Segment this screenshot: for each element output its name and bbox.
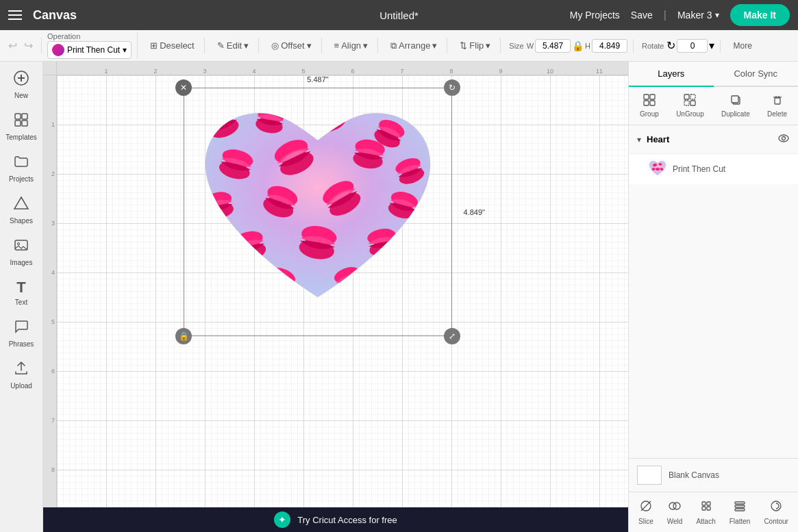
cricut-access-banner[interactable]: ✦ Try Cricut Access for free	[43, 507, 628, 532]
sidebar-item-shapes[interactable]: Shapes	[2, 190, 40, 230]
images-icon	[13, 237, 29, 257]
ungroup-button[interactable]: UnGroup	[671, 91, 710, 121]
handle-rotate[interactable]: ↻	[444, 79, 460, 96]
rotate-input[interactable]	[677, 39, 708, 53]
canvas-grid[interactable]: 5.487" 4.849" ✕ ↻ 🔒 ⤢	[57, 75, 628, 507]
sidebar-item-images[interactable]: Images	[2, 231, 40, 272]
blank-canvas-thumbnail	[637, 466, 662, 485]
arrange-icon: ⧉	[390, 40, 397, 51]
sidebar-item-projects[interactable]: Projects	[2, 148, 40, 188]
contour-icon	[769, 499, 783, 516]
attach-button[interactable]: Attach	[692, 496, 719, 528]
undo-redo-group: ↩ ↪	[5, 38, 42, 53]
size-inputs: W 🔒 H	[527, 39, 627, 53]
delete-icon	[771, 94, 784, 109]
hamburger-menu[interactable]	[8, 10, 22, 20]
edit-button[interactable]: ✎ Edit ▾	[213, 38, 253, 53]
slice-label: Slice	[638, 518, 653, 525]
duplicate-button[interactable]: Duplicate	[716, 91, 756, 121]
sidebar-item-text[interactable]: T Text	[2, 273, 40, 312]
svg-point-9	[18, 243, 20, 245]
svg-rect-3	[15, 114, 21, 119]
layer-visibility-icon[interactable]	[777, 132, 790, 147]
sidebar-item-upload[interactable]: Upload	[2, 355, 40, 395]
attach-icon	[699, 499, 713, 516]
machine-chevron-icon: ▾	[715, 10, 719, 20]
tab-color-sync[interactable]: Color Sync	[714, 62, 799, 86]
flip-icon: ⇅	[460, 40, 467, 51]
banner-text: Try Cricut Access for free	[297, 515, 397, 525]
svg-point-59	[782, 137, 786, 140]
deselect-icon: ⊞	[150, 40, 158, 51]
svg-rect-6	[22, 121, 27, 126]
operation-dropdown[interactable]: Print Then Cut ▾	[47, 41, 132, 59]
height-input[interactable]	[592, 39, 627, 53]
lock-icon[interactable]: 🔒	[572, 40, 584, 51]
ruler-vertical: 1 2 3 4 5 6 7 8	[43, 75, 57, 532]
operation-value: Print Then Cut	[67, 45, 120, 55]
size-group: Size W 🔒 H	[509, 39, 634, 53]
delete-button[interactable]: Delete	[762, 91, 793, 121]
width-input[interactable]	[535, 39, 571, 53]
weld-button[interactable]: Weld	[663, 496, 687, 528]
sidebar-item-phrases[interactable]: Phrases	[2, 313, 40, 353]
svg-rect-45	[650, 94, 655, 99]
height-label: H	[585, 42, 590, 50]
sidebar: New Templates Projects	[0, 62, 43, 532]
rotate-icon: ↻	[666, 39, 675, 52]
app-logo: Canvas	[33, 8, 77, 23]
offset-button[interactable]: ◎ Offset ▾	[267, 38, 315, 53]
text-icon: T	[16, 279, 25, 296]
rotate-label: Rotate	[642, 42, 664, 50]
handle-delete[interactable]: ✕	[175, 79, 192, 96]
flip-button[interactable]: ⇅ Flip ▾	[456, 38, 495, 53]
svg-rect-69	[702, 502, 706, 505]
machine-selector[interactable]: Maker 3 ▾	[677, 10, 719, 21]
group-button[interactable]: Group	[634, 91, 664, 121]
my-projects-link[interactable]: My Projects	[570, 10, 620, 21]
sidebar-item-new[interactable]: New	[2, 64, 40, 105]
contour-button[interactable]: Contour	[760, 496, 793, 528]
sublayer-name: Print Then Cut	[673, 164, 725, 174]
offset-label: Offset	[281, 40, 304, 51]
arrange-group: ⧉ Arrange ▾	[386, 38, 447, 54]
deselect-button[interactable]: ⊞ Deselect	[146, 38, 199, 53]
layer-name: Heart	[647, 134, 772, 144]
handle-scale[interactable]: ⤢	[444, 328, 460, 344]
sublayer-print-then-cut[interactable]: Print Then Cut	[629, 154, 798, 184]
sidebar-item-images-label: Images	[10, 259, 33, 266]
sublayer-thumbnail	[648, 160, 667, 179]
flatten-icon	[733, 499, 747, 516]
layer-heart[interactable]: ▾ Heart	[629, 125, 798, 154]
slice-button[interactable]: Slice	[634, 496, 658, 528]
arrange-button[interactable]: ⧉ Arrange ▾	[386, 38, 441, 54]
top-nav: Canvas Untitled* My Projects Save | Make…	[0, 0, 798, 30]
tab-layers[interactable]: Layers	[629, 62, 714, 87]
blank-canvas-row[interactable]: Blank Canvas	[629, 458, 798, 492]
undo-button[interactable]: ↩	[5, 38, 20, 53]
more-button[interactable]: More	[729, 40, 756, 52]
rotate-inputs: ↻ ▾	[666, 39, 714, 53]
edit-chevron-icon: ▾	[244, 40, 249, 51]
main-layout: New Templates Projects	[0, 62, 798, 532]
rotate-chevron-icon: ▾	[709, 39, 714, 52]
document-title[interactable]: Untitled*	[379, 10, 419, 21]
edit-label: Edit	[227, 40, 242, 51]
align-button[interactable]: ≡ Align ▾	[330, 38, 373, 53]
arrange-label: Arrange	[399, 40, 430, 51]
save-link[interactable]: Save	[631, 10, 653, 21]
sidebar-item-templates[interactable]: Templates	[2, 106, 40, 147]
redo-button[interactable]: ↪	[21, 38, 36, 53]
arrange-chevron-icon: ▾	[432, 40, 437, 51]
deselect-group: ⊞ Deselect	[146, 38, 205, 53]
make-it-button[interactable]: Make It	[730, 4, 790, 26]
canvas-object-heart[interactable]: 5.487" 4.849" ✕ ↻ 🔒 ⤢	[184, 88, 452, 336]
canvas-area[interactable]: 1 2 3 4 5 6 7 8 9 10 11 1 2 3 4 5 6	[43, 62, 628, 532]
flatten-button[interactable]: Flatten	[725, 496, 755, 528]
bottom-actions: Slice Weld	[629, 492, 798, 532]
svg-rect-48	[684, 94, 689, 99]
svg-point-68	[673, 503, 680, 509]
new-icon	[13, 70, 29, 90]
flip-chevron-icon: ▾	[486, 40, 490, 51]
handle-lock[interactable]: 🔒	[175, 328, 192, 344]
